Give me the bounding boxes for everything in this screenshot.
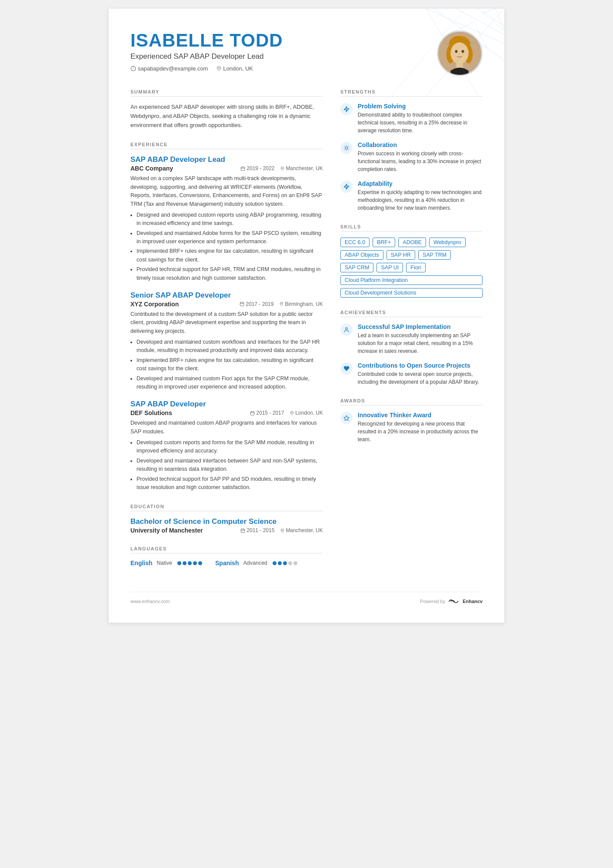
achievement-name-2: Contributions to Open Source Projects xyxy=(358,362,483,369)
bullet: Developed and maintained custom Fiori ap… xyxy=(137,375,323,392)
svg-marker-49 xyxy=(344,184,349,189)
summary-label: SUMMARY xyxy=(130,89,323,97)
svg-point-16 xyxy=(455,50,458,53)
svg-rect-29 xyxy=(251,412,254,415)
exp-title-3: SAP ABAP Developer xyxy=(130,400,323,409)
achievement-content-1: Successful SAP Implementation Led a team… xyxy=(358,323,483,355)
strength-icon-1 xyxy=(340,103,353,115)
svg-point-50 xyxy=(345,328,347,330)
exp-bullets-2: Developed and maintained custom workflow… xyxy=(130,338,323,391)
calendar-icon-2 xyxy=(240,302,244,306)
awards-section: AWARDS Innovative Thinker Award Recogniz… xyxy=(340,398,483,443)
star-icon xyxy=(343,415,350,421)
strengths-label: STRENGTHS xyxy=(340,89,483,97)
bullet: Developed and maintained Adobe forms for… xyxy=(137,229,323,246)
skill-tag: Webdynpro xyxy=(429,238,466,247)
location-icon xyxy=(217,66,221,71)
strength-name-1: Problem Solving xyxy=(358,103,483,110)
dot xyxy=(183,561,187,565)
exp-loc-1: Manchester, UK xyxy=(280,165,323,171)
awards-label: AWARDS xyxy=(340,398,483,406)
header-contact: sapabapdev@example.com London, UK xyxy=(130,65,437,72)
exp-company-3: DEF Solutions xyxy=(130,409,172,416)
strength-content-1: Problem Solving Demonstrated ability to … xyxy=(358,103,483,134)
svg-point-33 xyxy=(292,412,293,413)
edu-loc: Manchester, UK xyxy=(280,527,323,533)
summary-section: SUMMARY An experienced SAP ABAP develope… xyxy=(130,89,323,130)
lang-dots-spanish xyxy=(273,561,297,565)
award-name-1: Innovative Thinker Award xyxy=(358,412,483,419)
lightning-icon xyxy=(343,106,350,112)
bullet: Developed and maintained custom workflow… xyxy=(137,338,323,355)
exp-desc-3: Developed and maintained custom ABAP pro… xyxy=(130,419,323,436)
strengths-section: STRENGTHS Problem Solving Demonstrated a… xyxy=(340,89,483,212)
svg-point-40 xyxy=(345,147,348,149)
bullet: Developed and maintained interfaces betw… xyxy=(137,457,323,474)
svg-point-10 xyxy=(218,67,220,69)
award-icon-1 xyxy=(340,412,353,424)
experience-item-3: SAP ABAP Developer DEF Solutions 2015 - … xyxy=(130,400,323,492)
exp-title-2: Senior SAP ABAP Developer xyxy=(130,291,323,300)
bullet: Provided technical support for SAP HR, T… xyxy=(137,265,323,282)
dot xyxy=(278,561,282,565)
exp-title-1: SAP ABAP Developer Lead xyxy=(130,155,323,164)
svg-line-43 xyxy=(344,146,345,146)
dot xyxy=(193,561,197,565)
footer: www.enhancv.com Powered by Enhancv xyxy=(130,592,483,605)
exp-dates-1: 2019 - 2022 xyxy=(240,165,274,171)
strength-icon-3 xyxy=(340,181,353,193)
svg-point-23 xyxy=(282,168,283,169)
header-left: ISABELLE TODD Experienced SAP ABAP Devel… xyxy=(130,30,437,72)
svg-marker-51 xyxy=(344,416,349,420)
exp-loc-2: Birmingham, UK xyxy=(280,301,323,307)
skills-grid: ECC 6.0 BRF+ ADOBE Webdynpro ABAP Object… xyxy=(340,238,483,298)
strength-desc-1: Demonstrated ability to troubleshoot com… xyxy=(358,111,483,134)
exp-dates-2: 2017 - 2019 xyxy=(240,301,273,307)
strength-icon-2 xyxy=(340,142,353,154)
candidate-name: ISABELLE TODD xyxy=(130,30,437,50)
exp-desc-1: Worked on a complex SAP landscape with m… xyxy=(130,174,323,208)
lightning-icon-2 xyxy=(343,184,350,190)
education-section: EDUCATION Bachelor of Science in Compute… xyxy=(130,504,323,534)
strength-item-3: Adaptability Expertise in quickly adapti… xyxy=(340,180,483,212)
languages-row: English Native Spanish Advance xyxy=(130,560,323,566)
strength-name-2: Collaboration xyxy=(358,141,483,148)
resume-container: ISABELLE TODD Experienced SAP ABAP Devel… xyxy=(109,9,504,623)
achievement-desc-2: Contributed code to several open source … xyxy=(358,370,483,386)
achievements-label: ACHIEVEMENTS xyxy=(340,310,483,317)
svg-marker-39 xyxy=(344,107,349,112)
dot xyxy=(177,561,181,565)
dot xyxy=(283,561,287,565)
header: ISABELLE TODD Experienced SAP ABAP Devel… xyxy=(130,30,483,76)
svg-point-15 xyxy=(450,43,468,64)
experience-label: EXPERIENCE xyxy=(130,142,323,149)
bullet: Provided technical support for SAP PP an… xyxy=(137,475,323,492)
svg-rect-18 xyxy=(456,62,463,68)
svg-rect-19 xyxy=(241,167,245,171)
summary-text: An experienced SAP ABAP developer with s… xyxy=(130,103,323,130)
education-label: EDUCATION xyxy=(130,504,323,511)
main-content: SUMMARY An experienced SAP ABAP develope… xyxy=(130,89,483,579)
exp-dates-loc-3: 2015 - 2017 London, UK xyxy=(250,410,323,416)
strength-item-2: Collaboration Proven success in working … xyxy=(340,141,483,173)
svg-point-28 xyxy=(281,303,282,304)
dot xyxy=(188,561,192,565)
exp-desc-2: Contributed to the development of a cust… xyxy=(130,310,323,335)
left-column: SUMMARY An experienced SAP ABAP develope… xyxy=(130,89,323,579)
skill-tag-full: Cloud Platform Integration xyxy=(340,275,483,285)
edu-dates: 2011 - 2015 xyxy=(240,527,274,533)
lang-dots-english xyxy=(177,561,202,565)
award-item-1: Innovative Thinker Award Recognized for … xyxy=(340,412,483,443)
skill-tag: ADOBE xyxy=(398,238,426,247)
exp-bullets-3: Developed custom reports and forms for t… xyxy=(130,439,323,492)
achievements-section: ACHIEVEMENTS Successful SAP Implementati… xyxy=(340,310,483,386)
skill-tag: SAP CRM xyxy=(340,263,374,272)
strength-item-1: Problem Solving Demonstrated ability to … xyxy=(340,103,483,134)
achievement-item-2: Contributions to Open Source Projects Co… xyxy=(340,362,483,386)
achievement-desc-1: Led a team in successfully implementing … xyxy=(358,332,483,355)
edu-meta: University of Manchester 2011 - 2015 Man… xyxy=(130,527,323,534)
dot xyxy=(198,561,202,565)
skill-tag: ABAP Objects xyxy=(340,250,383,260)
strength-desc-2: Proven success in working closely with c… xyxy=(358,150,483,173)
skill-tag: SAP TRM xyxy=(418,250,451,260)
